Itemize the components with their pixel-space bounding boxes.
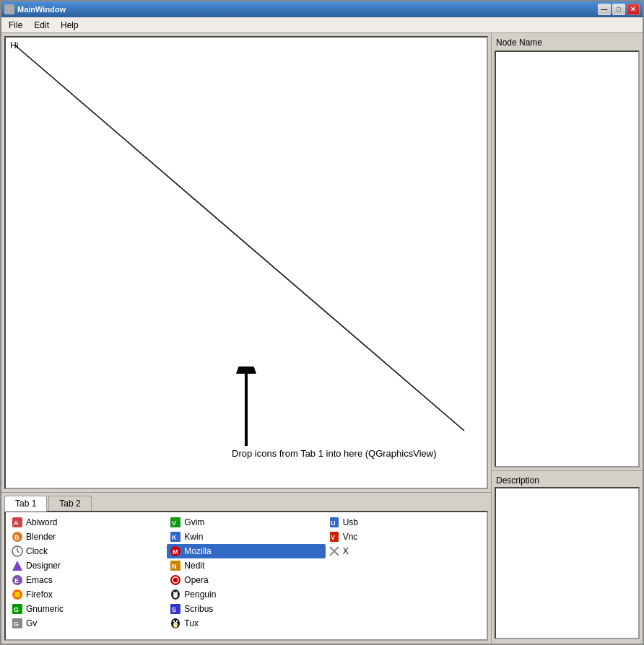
menu-file[interactable]: File: [3, 19, 28, 32]
gnumeric-icon: G: [12, 603, 23, 615]
svg-text:U: U: [331, 519, 336, 527]
icon-gvim[interactable]: V Gvim: [167, 515, 325, 530]
content-area: Hi Drop: [1, 33, 643, 644]
col-3: U Usb V: [326, 515, 484, 631]
icon-scribus[interactable]: S Scribus: [167, 602, 325, 616]
blender-icon: B: [12, 531, 23, 543]
tab-bar: Tab 1 Tab 2: [1, 493, 491, 511]
title-bar-controls: — □ ✕: [598, 4, 640, 15]
vnc-icon: V: [328, 531, 340, 543]
svg-text:B: B: [14, 534, 19, 541]
svg-point-32: [176, 592, 178, 593]
delete-x-icon: [328, 545, 340, 557]
svg-text:A: A: [14, 519, 19, 527]
svg-point-14: [14, 592, 20, 597]
svg-point-37: [173, 620, 175, 622]
icon-mozilla[interactable]: M Mozilla: [167, 544, 325, 558]
clock-icon: [12, 545, 23, 557]
emacs-icon: E: [12, 574, 23, 586]
bottom-panel: Tab 1 Tab 2 A: [1, 492, 491, 644]
mozilla-icon: M: [170, 545, 181, 557]
description-panel: Description: [492, 470, 643, 644]
svg-text:N: N: [172, 563, 177, 570]
node-name-label: Node Name: [495, 36, 640, 49]
minimize-button[interactable]: —: [598, 4, 611, 15]
col-2: V Gvim K: [167, 515, 325, 631]
window-title: MainWindow: [17, 5, 66, 14]
description-label: Description: [495, 474, 640, 487]
svg-text:K: K: [172, 534, 177, 541]
penguin-icon: [170, 589, 181, 600]
canvas-panel: Hi Drop: [1, 33, 491, 644]
opera-icon: [170, 574, 181, 586]
svg-text:S: S: [172, 606, 176, 613]
arrow-container: [232, 367, 261, 448]
title-bar: MainWindow — □ ✕: [1, 1, 643, 17]
icon-firefox[interactable]: Firefox: [9, 587, 167, 602]
col-1: A Abiword B: [9, 515, 167, 631]
svg-marker-10: [12, 561, 22, 571]
icon-clock[interactable]: Clock: [9, 544, 167, 558]
icon-gnumeric[interactable]: G Gnumeric: [9, 602, 167, 616]
kwin-icon: K: [170, 531, 181, 543]
right-panel: Node Name Description: [491, 33, 643, 644]
usb-icon: U: [328, 517, 340, 528]
icon-blender[interactable]: B Blender: [9, 530, 167, 544]
svg-line-9: [17, 551, 19, 553]
svg-point-27: [170, 575, 180, 585]
arrow-svg: [232, 367, 261, 446]
svg-text:G: G: [14, 620, 19, 628]
svg-text:E: E: [14, 577, 19, 584]
node-name-box: [495, 51, 640, 468]
title-bar-left: MainWindow: [4, 4, 66, 14]
menu-bar: File Edit Help: [1, 17, 643, 33]
svg-text:G: G: [14, 606, 19, 613]
abiword-icon: A: [12, 517, 23, 528]
icon-opera[interactable]: Opera: [167, 573, 325, 587]
svg-text:V: V: [172, 519, 176, 527]
icon-delete-x[interactable]: X: [326, 544, 484, 558]
gv-icon: G: [12, 618, 23, 629]
icon-gv[interactable]: G Gv: [9, 616, 167, 631]
tux-icon: [170, 618, 181, 629]
icon-kwin[interactable]: K Kwin: [167, 530, 325, 544]
icon-designer[interactable]: Designer: [9, 558, 167, 573]
menu-help[interactable]: Help: [55, 19, 84, 32]
icon-usb[interactable]: U Usb: [326, 515, 484, 530]
app-icon: [4, 4, 14, 14]
svg-point-30: [173, 592, 178, 598]
gvim-icon: V: [170, 517, 181, 528]
tab-1[interactable]: Tab 1: [4, 496, 47, 512]
svg-point-31: [173, 592, 175, 593]
firefox-icon: [12, 589, 23, 600]
description-box: [495, 487, 640, 639]
close-button[interactable]: ✕: [627, 4, 640, 15]
icon-vnc[interactable]: V Vnc: [326, 530, 484, 544]
scribus-icon: S: [170, 603, 181, 615]
svg-point-36: [173, 622, 178, 628]
tab-1-content: A Abiword B: [4, 511, 488, 641]
svg-text:M: M: [173, 548, 178, 556]
drop-label: Drop icons from Tab 1 into here (QGraphi…: [232, 448, 436, 459]
graphics-view[interactable]: Hi Drop: [4, 36, 488, 489]
icon-penguin[interactable]: Penguin: [167, 587, 325, 602]
icon-tux[interactable]: Tux: [167, 616, 325, 631]
designer-icon: [12, 560, 23, 571]
icon-abiword[interactable]: A Abiword: [9, 515, 167, 530]
maximize-button[interactable]: □: [612, 4, 625, 15]
node-name-panel: Node Name: [492, 33, 643, 470]
svg-point-38: [176, 620, 178, 622]
tab-2[interactable]: Tab 2: [48, 496, 91, 511]
nedit-icon: N: [170, 560, 181, 571]
svg-text:V: V: [331, 534, 335, 541]
icon-emacs[interactable]: E Emacs: [9, 573, 167, 587]
menu-edit[interactable]: Edit: [28, 19, 55, 32]
icon-nedit[interactable]: N Nedit: [167, 558, 325, 573]
